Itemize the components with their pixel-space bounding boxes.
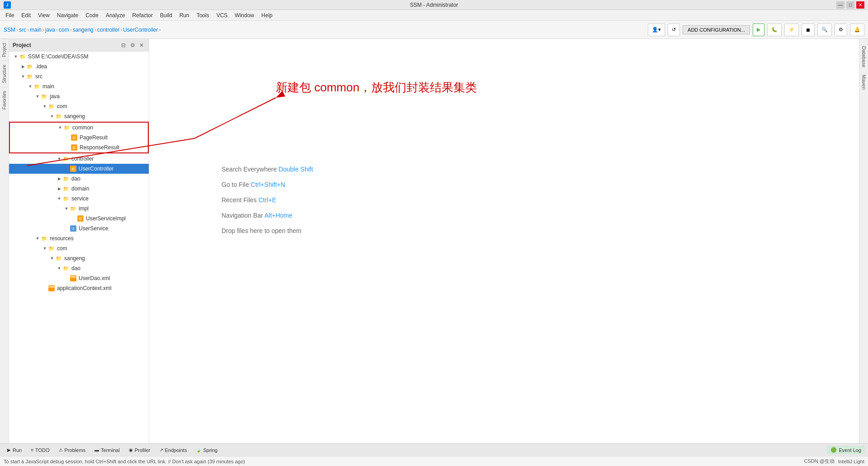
tree-label-appcontext-xml: applicationContext.xml [57,285,112,291]
tree-src[interactable]: ▼ 📁 src [9,71,149,81]
shortcut-drop: Drop files here to open them [222,227,313,234]
search-button[interactable]: 🔍 [817,24,832,36]
csdn-label: CSDN @生动 [804,458,835,465]
maximize-button[interactable]: □ [846,1,854,9]
close-button[interactable]: ✕ [856,1,864,9]
breadcrumb-controller[interactable]: controller [97,27,119,33]
add-configuration-button[interactable]: ADD CONFIGURATION... [683,25,750,34]
run-bottom-button[interactable]: ▶ Run [4,445,25,455]
tree-label-dao: dao [71,176,80,182]
todo-button[interactable]: ≡ TODO [27,445,53,455]
breadcrumb-com[interactable]: com [59,27,69,33]
menu-tools[interactable]: Tools [193,11,213,19]
tree-root-ssm[interactable]: ▼ 📁 SSM E:\Code\IDEA\SSM [9,52,149,62]
menu-run[interactable]: Run [176,11,193,19]
window-title: SSM - Administrator [410,2,458,8]
problems-button[interactable]: ⚠ Problems [55,445,89,455]
menu-help[interactable]: Help [258,11,276,19]
toolbar: SSM › src › main › java › com › sangeng … [0,21,868,39]
notifications-button[interactable]: 🔔 [850,24,864,36]
folder-icon-resources: 📁 [41,235,48,242]
tree-usercontroller[interactable]: ▶ C UserController [9,164,149,174]
maven-tab[interactable]: Maven [861,75,867,90]
tree-res-sangeng[interactable]: ▼ 📁 sangeng [9,253,149,263]
event-log-label: Event Log [839,447,861,453]
tree-idea[interactable]: ▶ 📁 .idea [9,62,149,71]
terminal-label: Terminal [101,447,120,453]
tree-label-main: main [42,83,54,90]
close-panel-icon[interactable]: ✕ [138,42,145,49]
back-button[interactable]: ↺ [668,24,680,36]
event-log-button[interactable]: 🟢 Event Log [827,446,864,454]
tree-label-pageresult: PageResult [80,134,108,141]
user-icon-button[interactable]: 👤▾ [648,24,665,36]
breadcrumb-ssm[interactable]: SSM [4,27,15,33]
tree-sangeng[interactable]: ▼ 📁 sangeng [9,111,149,121]
collapse-all-icon[interactable]: ⊟ [120,42,127,49]
window-controls: — □ ✕ [836,1,864,9]
stop-button[interactable]: ⏹ [802,24,815,36]
shortcut-recent-label: Recent Files [222,196,259,204]
endpoints-button[interactable]: ↗ Endpoints [156,445,191,455]
favorites-tab[interactable]: Favorites [1,87,8,113]
menu-refactor[interactable]: Refactor [129,11,156,19]
menu-edit[interactable]: Edit [18,11,34,19]
coverage-button[interactable]: ⚡ [784,24,799,36]
breadcrumb: SSM › src › main › java › com › sangeng … [4,27,160,33]
menu-window[interactable]: Window [231,11,258,19]
tree-java[interactable]: ▼ 📁 java [9,91,149,101]
tree-userserviceimpl[interactable]: ▶ C UserServiceImpl [9,214,149,223]
tree-common[interactable]: ▼ 📁 common [10,123,148,133]
menu-view[interactable]: View [34,11,53,19]
breadcrumb-main[interactable]: main [30,27,42,33]
tree-userservice[interactable]: ▶ I UserService [9,223,149,233]
folder-icon-res-com: 📁 [48,245,55,252]
menu-code[interactable]: Code [82,11,102,19]
tree-main[interactable]: ▼ 📁 main [9,81,149,91]
breadcrumb-src[interactable]: src [19,27,26,33]
tree-impl[interactable]: ▼ 📁 impl [9,204,149,214]
tree-controller[interactable]: ▼ 📁 controller [9,154,149,164]
tree-res-com[interactable]: ▼ 📁 com [9,243,149,253]
common-highlight-box: ▼ 📁 common ▶ C PageResult [9,122,149,153]
profiler-button[interactable]: ◉ Profiler [125,445,154,455]
tree-resources[interactable]: ▼ 📁 resources [9,233,149,243]
tree-arrow-src: ▼ [20,73,26,80]
minimize-button[interactable]: — [836,1,844,9]
settings-button[interactable]: ⚙ [835,24,847,36]
tree-service[interactable]: ▼ 📁 service [9,194,149,204]
settings-icon[interactable]: ⚙ [129,42,136,49]
spring-button[interactable]: 🍃 Spring [192,445,221,455]
app-icon: J [4,1,11,9]
folder-icon-sangeng: 📁 [55,113,62,120]
tree-com[interactable]: ▼ 📁 com [9,101,149,111]
run-button[interactable]: ▶ [753,24,764,36]
breadcrumb-usercontroller[interactable]: UserController [123,27,158,33]
folder-icon-controller: 📁 [62,155,70,162]
menu-build[interactable]: Build [156,11,176,19]
breadcrumb-sangeng[interactable]: sangeng [73,27,94,33]
tree-responseresult[interactable]: ▶ C ResponseResult [10,143,148,152]
menu-vcs[interactable]: VCS [213,11,231,19]
menu-navigate[interactable]: Navigate [53,11,82,19]
spring-label: Spring [203,447,217,453]
shortcut-recent-key: Ctrl+E [259,196,276,204]
folder-icon-domain: 📁 [62,185,70,192]
tree-domain[interactable]: ▶ 📁 domain [9,184,149,194]
tree-appcontext-xml[interactable]: ▶ XML applicationContext.xml [9,283,149,293]
tree-res-dao[interactable]: ▼ 📁 dao [9,263,149,273]
profiler-label: Profiler [135,447,151,453]
menu-file[interactable]: File [2,11,18,19]
tree-dao[interactable]: ▶ 📁 dao [9,174,149,184]
breadcrumb-java[interactable]: java [45,27,55,33]
terminal-button[interactable]: ▬ Terminal [91,445,123,455]
project-tab[interactable]: Project [1,39,8,61]
tree-userdao-xml[interactable]: ▶ XML UserDao.xml [9,273,149,283]
menu-analyze[interactable]: Analyze [102,11,129,19]
debug-button[interactable]: 🐛 [767,24,782,36]
tree-arrow-domain: ▶ [56,185,62,192]
tree-pageresult[interactable]: ▶ C PageResult [10,133,148,143]
class-icon-usercontroller: C [70,165,77,172]
structure-tab[interactable]: Structure [1,61,8,87]
database-tab[interactable]: Database [861,46,867,67]
